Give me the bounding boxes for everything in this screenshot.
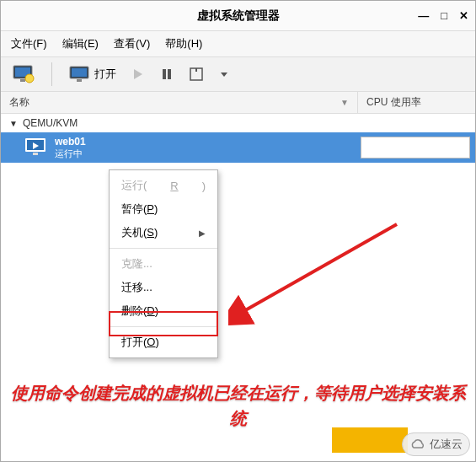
ctx-clone[interactable]: 克隆... [110, 252, 217, 276]
svg-rect-8 [163, 69, 166, 79]
connection-label: QEMU/KVM [23, 117, 78, 129]
cpu-usage-graph [361, 137, 470, 158]
chevron-down-icon [219, 69, 229, 79]
ctx-run[interactable]: 运行(R) [110, 174, 217, 197]
svg-point-3 [25, 74, 34, 83]
watermark-badge [332, 427, 408, 453]
menu-divider [110, 248, 217, 249]
close-button[interactable]: ✕ [459, 9, 468, 22]
minimize-button[interactable]: — [418, 9, 429, 22]
toolbar: 打开 [1, 57, 475, 92]
vm-row[interactable]: web01 运行中 [1, 132, 475, 163]
ctx-pause[interactable]: 暂停(P) [110, 197, 217, 221]
monitor-running-icon [24, 137, 46, 156]
shutdown-dropdown[interactable] [216, 67, 233, 81]
svg-rect-5 [72, 68, 87, 77]
menu-edit[interactable]: 编辑(E) [62, 36, 99, 51]
monitor-icon [69, 66, 89, 83]
maximize-button[interactable]: □ [441, 9, 447, 22]
svg-rect-6 [77, 79, 82, 82]
header-cpu[interactable]: CPU 使用率 [357, 92, 475, 113]
ctx-migrate[interactable]: 迁移... [110, 276, 217, 299]
svg-rect-2 [20, 79, 25, 82]
expand-icon[interactable]: ▼ [9, 119, 18, 128]
open-button-label: 打开 [94, 67, 116, 82]
context-menu: 运行(R) 暂停(P) 关机(S)▶ 克隆... 迁移... 删除(D) 打开(… [109, 169, 218, 358]
vm-name: web01 [55, 136, 86, 148]
svg-rect-9 [168, 69, 171, 79]
menubar: 文件(F) 编辑(E) 查看(V) 帮助(H) [1, 31, 475, 57]
svg-marker-12 [221, 73, 227, 77]
ctx-open[interactable]: 打开(O) [110, 330, 217, 354]
monitor-new-icon [13, 65, 35, 83]
svg-marker-7 [134, 69, 142, 79]
svg-rect-16 [33, 153, 38, 155]
window-controls: — □ ✕ [418, 9, 468, 22]
pause-icon [160, 67, 174, 81]
new-vm-button[interactable] [9, 63, 38, 85]
play-icon [131, 67, 145, 81]
cloud-icon [409, 438, 426, 450]
svg-rect-11 [195, 68, 197, 72]
submenu-arrow-icon: ▶ [199, 228, 206, 238]
ctx-shutdown[interactable]: 关机(S)▶ [110, 221, 217, 244]
vm-icon [24, 137, 46, 158]
toolbar-separator [51, 62, 52, 86]
annotation-caption: 使用命令创建完成的虚拟机已经在运行，等待用户选择安装系统 [1, 380, 475, 431]
titlebar: 虚拟系统管理器 — □ ✕ [1, 1, 475, 31]
shutdown-icon [189, 67, 204, 82]
column-headers: 名称 ▼ CPU 使用率 [1, 92, 475, 114]
vm-state: 运行中 [55, 148, 86, 159]
menu-file[interactable]: 文件(F) [11, 36, 47, 51]
menu-help[interactable]: 帮助(H) [165, 36, 202, 51]
ctx-delete[interactable]: 删除(D) [110, 299, 217, 323]
pause-button[interactable] [157, 66, 177, 83]
shutdown-button[interactable] [185, 65, 207, 83]
play-button[interactable] [128, 66, 148, 83]
sort-indicator-icon: ▼ [340, 98, 349, 107]
connection-row[interactable]: ▼ QEMU/KVM [1, 114, 475, 132]
menu-divider [110, 326, 217, 327]
window-title: 虚拟系统管理器 [197, 8, 280, 24]
open-button[interactable]: 打开 [66, 64, 120, 84]
menu-view[interactable]: 查看(V) [114, 36, 150, 51]
watermark: 亿速云 [402, 432, 470, 456]
header-name[interactable]: 名称 ▼ [1, 92, 357, 113]
